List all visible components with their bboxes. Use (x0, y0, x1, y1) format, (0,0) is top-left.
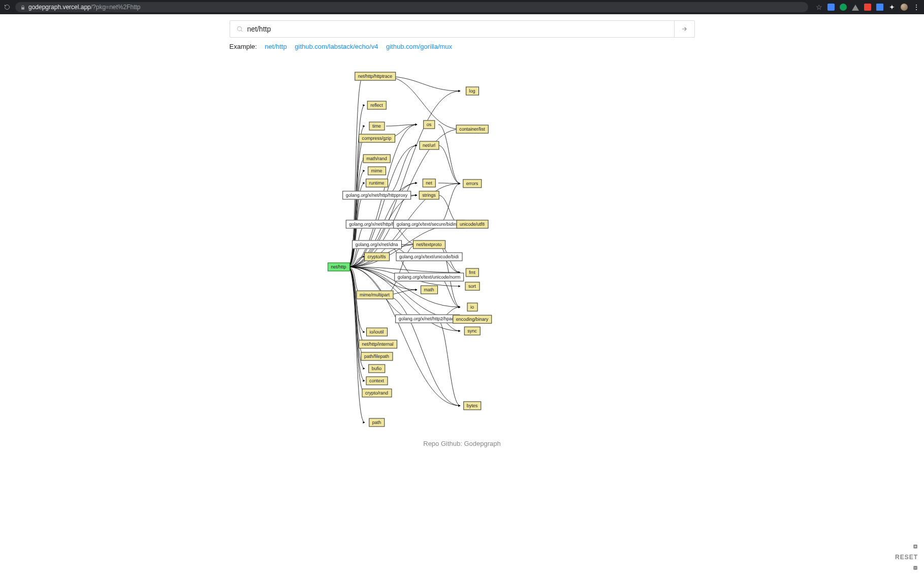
search-submit-button[interactable] (674, 21, 694, 37)
graph-node[interactable]: io/ioutil (366, 328, 387, 337)
graph-node[interactable]: net/url (419, 141, 439, 150)
graph-node[interactable]: net/http (327, 263, 349, 271)
graph-edge (438, 183, 460, 184)
graph-edge (385, 76, 460, 129)
graph-node[interactable]: net/http/internal (358, 340, 397, 349)
example-link[interactable]: github.com/gorilla/mux (386, 43, 452, 50)
graph-node[interactable]: golang.org/x/text/secure/bidirule (393, 220, 465, 229)
address-bar[interactable]: godepgraph.vercel.app/?pkg=net%2Fhttp (15, 2, 808, 12)
graph-node[interactable]: context (366, 377, 388, 385)
graph-node[interactable]: golang.org/x/text/unicode/bidi (396, 253, 462, 261)
graph-node[interactable]: container/list (456, 125, 489, 134)
graph-node[interactable]: encoding/binary (453, 315, 492, 324)
reload-icon[interactable] (4, 4, 10, 10)
example-link[interactable]: github.com/labstack/echo/v4 (295, 43, 378, 50)
graph-node[interactable]: path/filepath (361, 352, 393, 361)
address-bar-text: godepgraph.vercel.app/?pkg=net%2Fhttp (28, 4, 141, 11)
graph-node[interactable]: bytes (463, 402, 482, 410)
graph-edge (348, 267, 460, 406)
graph-node[interactable]: net (422, 179, 436, 188)
lock-icon (20, 5, 25, 10)
graph-edge (348, 267, 365, 381)
graph-node[interactable]: path (369, 418, 385, 427)
extension-triangle-icon[interactable] (852, 4, 859, 11)
example-label: Example: (230, 43, 257, 50)
extension-adblock-icon[interactable] (864, 4, 871, 11)
zoom-in-button[interactable] (910, 541, 921, 552)
search-input[interactable] (247, 25, 668, 33)
graph-node[interactable]: compress/gzip (358, 134, 395, 143)
zoom-controls: RESET (892, 541, 921, 573)
graph-node[interactable]: reflect (367, 101, 387, 110)
graph-node[interactable]: log (465, 87, 479, 96)
graph-node[interactable]: strings (419, 191, 439, 200)
graph-node[interactable]: net/textproto (412, 240, 445, 249)
graph-node[interactable]: time (369, 122, 385, 131)
extension-translate-icon[interactable] (827, 4, 835, 11)
graph-node[interactable]: sort (465, 282, 480, 291)
graph-node[interactable]: mime/multipart (356, 291, 393, 299)
graph-node[interactable]: unicode/utf8 (456, 220, 488, 229)
bookmark-star-icon[interactable]: ☆ (815, 4, 822, 11)
graph-node[interactable]: mime (368, 167, 386, 175)
overflow-menu-icon[interactable]: ⋮ (913, 4, 920, 11)
page-scroll-area[interactable]: Example: net/http github.com/labstack/ec… (0, 14, 924, 576)
extension-trash-icon[interactable] (876, 4, 883, 11)
graph-node[interactable]: net/http/httptrace (355, 72, 396, 81)
graph-edge (438, 145, 460, 184)
profile-avatar[interactable] (901, 4, 908, 11)
dependency-graph[interactable]: net/httpnet/http/httptracereflecttimecom… (230, 53, 695, 440)
search-icon (236, 25, 243, 33)
graph-node[interactable]: crypto/tls (364, 253, 389, 261)
zoom-out-button[interactable] (910, 563, 921, 573)
graph-node[interactable]: golang.org/x/net/idna (352, 240, 401, 249)
graph-edge (437, 319, 460, 406)
graph-edge (384, 295, 460, 406)
zoom-reset-button[interactable]: RESET (892, 553, 921, 562)
graph-node[interactable]: math/rand (363, 155, 391, 163)
graph-edge (438, 277, 460, 307)
search-wrap (230, 20, 695, 38)
graph-node[interactable]: fmt (465, 268, 479, 277)
graph-node[interactable]: crypto/rand (362, 389, 392, 398)
graph-node[interactable]: golang.org/x/net/http2/hpack (395, 315, 460, 323)
footer-repo-link[interactable]: Repo Github: Godepgraph (230, 440, 695, 449)
graph-node[interactable]: runtime (365, 179, 388, 188)
graph-node[interactable]: golang.org/x/net/http/httpproxy (342, 191, 411, 200)
graph-node[interactable]: math (420, 286, 437, 294)
browser-toolbar-right: ☆ ✦ ⋮ (808, 4, 920, 11)
graph-edge (438, 184, 460, 224)
example-row: Example: net/http github.com/labstack/ec… (230, 43, 695, 50)
graph-node[interactable]: errors (463, 179, 482, 188)
svg-point-0 (237, 26, 241, 31)
extension-grammarly-icon[interactable] (840, 4, 847, 11)
graph-node[interactable]: sync (464, 327, 481, 336)
graph-node[interactable]: io (467, 303, 477, 312)
extensions-icon[interactable]: ✦ (888, 4, 896, 11)
graph-node[interactable]: os (423, 120, 435, 129)
browser-chrome-bar: godepgraph.vercel.app/?pkg=net%2Fhttp ☆ … (0, 0, 924, 14)
search-field[interactable] (230, 21, 674, 37)
example-link[interactable]: net/http (265, 43, 286, 50)
graph-node[interactable]: golang.org/x/text/unicode/norm (394, 273, 464, 282)
graph-node[interactable]: bufio (368, 365, 386, 373)
graph-edge (386, 145, 417, 195)
